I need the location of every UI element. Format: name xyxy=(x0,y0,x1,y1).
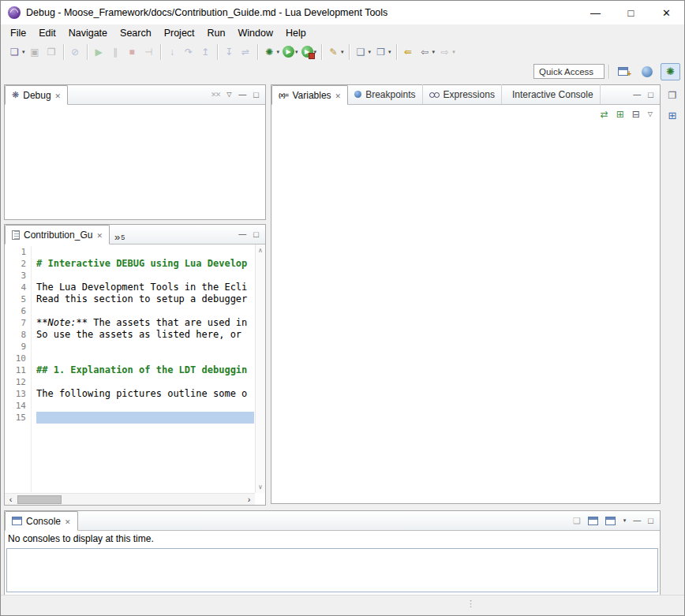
maximize-view-button[interactable] xyxy=(253,91,259,99)
close-icon[interactable] xyxy=(55,90,62,101)
menu-file[interactable]: File xyxy=(4,26,32,40)
editor-code[interactable]: # Interactive DEBUG using Lua DevelopThe… xyxy=(36,246,254,492)
open-console-button[interactable] xyxy=(605,517,616,525)
tab-expressions[interactable]: Expressions xyxy=(423,84,502,104)
minimize-view-button[interactable] xyxy=(633,517,641,525)
editor-gutter[interactable]: 123456789101112131415 xyxy=(6,246,32,492)
code-line[interactable]: # Interactive DEBUG using Lua Develop xyxy=(36,258,254,270)
code-line[interactable] xyxy=(36,341,254,353)
statusbar-drag-handle[interactable]: ⋮ xyxy=(466,599,475,609)
maximize-window-button[interactable]: □ xyxy=(613,1,649,24)
minimize-view-button[interactable] xyxy=(238,91,246,99)
last-edit-location-button[interactable]: ⇚ xyxy=(400,43,417,61)
menu-run[interactable]: Run xyxy=(201,26,232,40)
new-lua-wizard-button[interactable]: ❑▾ xyxy=(353,43,373,61)
dropdown-arrow-icon[interactable]: ▾ xyxy=(623,517,627,524)
collapse-all-button[interactable]: ⊟ xyxy=(632,110,640,119)
tab-debug[interactable]: Debug xyxy=(5,85,68,105)
dropdown-arrow-icon[interactable]: ▾ xyxy=(369,49,372,55)
dropdown-arrow-icon[interactable]: ▾ xyxy=(295,49,298,55)
maximize-view-button[interactable] xyxy=(253,230,259,239)
code-line[interactable] xyxy=(36,246,254,258)
menu-navigate[interactable]: Navigate xyxy=(62,26,114,40)
display-selected-console-button[interactable] xyxy=(588,517,598,525)
code-line[interactable]: So use the assets as listed here, or xyxy=(36,329,254,341)
run-button[interactable]: ▶▾ xyxy=(281,43,300,61)
dropdown-arrow-icon[interactable]: ▾ xyxy=(277,49,280,55)
code-line[interactable] xyxy=(36,400,254,412)
tab-breakpoints[interactable]: Breakpoints xyxy=(348,84,422,104)
close-icon[interactable] xyxy=(65,516,71,527)
console-text-area[interactable] xyxy=(6,548,658,592)
editor-view: Contribution_Gu » 5 12345678910111213141… xyxy=(4,224,266,506)
dropdown-arrow-icon[interactable]: ▾ xyxy=(432,49,436,55)
show-logical-structures-button[interactable]: ⇄ xyxy=(601,110,608,119)
horizontal-scrollbar[interactable]: ‹ › xyxy=(5,493,255,505)
code-line[interactable] xyxy=(36,270,254,282)
maximize-view-button[interactable] xyxy=(648,517,653,525)
console-view: Console ❏ ▾ No consoles to display at th… xyxy=(4,510,661,595)
line-number: 10 xyxy=(6,353,26,364)
debug-button[interactable]: ✺▾ xyxy=(261,43,282,61)
new-wizard-button[interactable]: ❏▾ xyxy=(6,43,27,61)
menu-project[interactable]: Project xyxy=(158,26,201,40)
tab-interactive-console[interactable]: Interactive Console xyxy=(502,84,601,104)
tab-contribution-guide[interactable]: Contribution_Gu xyxy=(5,225,110,245)
quick-access-input[interactable]: Quick Access xyxy=(533,64,605,79)
tab-overflow-button[interactable]: » 5 xyxy=(110,224,129,244)
show-type-names-button[interactable]: ⊞ xyxy=(616,110,624,119)
scrollbar-thumb[interactable] xyxy=(17,495,62,504)
variables-view-content[interactable] xyxy=(271,124,660,503)
code-line[interactable]: Read this section to setup a debugger xyxy=(36,293,254,305)
quick-access-row: Quick Access xyxy=(1,62,684,81)
menu-window[interactable]: Window xyxy=(232,26,279,40)
view-menu-button[interactable] xyxy=(226,91,231,98)
code-line[interactable] xyxy=(36,376,254,388)
restore-views-button[interactable] xyxy=(664,88,680,103)
code-segment: **Note:** xyxy=(36,317,88,328)
minimize-view-button[interactable] xyxy=(633,91,641,99)
minimized-view-button[interactable] xyxy=(664,108,680,122)
scroll-up-icon[interactable]: ∧ xyxy=(258,247,263,254)
minimized-views-strip xyxy=(661,81,684,594)
vertical-scrollbar[interactable]: ∧ ∨ xyxy=(255,245,265,493)
tab-console[interactable]: Console xyxy=(5,511,78,531)
open-element-button[interactable]: ❒▾ xyxy=(372,43,393,61)
back-button[interactable]: ⇦▾ xyxy=(417,43,437,61)
breakpoint-icon xyxy=(354,91,361,98)
highlighter-button[interactable]: ✎▾ xyxy=(325,43,346,61)
view-menu-button[interactable] xyxy=(648,111,653,118)
dropdown-arrow-icon[interactable]: ▾ xyxy=(22,49,25,55)
code-segment: Read this section to setup a debugger xyxy=(36,293,247,304)
debug-perspective-button[interactable] xyxy=(661,63,680,80)
code-line[interactable] xyxy=(36,412,254,424)
close-icon[interactable] xyxy=(335,90,342,101)
external-tools-button[interactable]: ▶▾ xyxy=(300,43,319,61)
code-line[interactable] xyxy=(36,305,254,317)
open-perspective-button[interactable] xyxy=(613,63,633,80)
menu-edit[interactable]: Edit xyxy=(32,26,62,40)
code-line[interactable]: **Note:** The assets that are used in xyxy=(36,317,254,329)
minimize-view-button[interactable] xyxy=(238,230,246,238)
code-line[interactable] xyxy=(36,353,254,364)
scroll-down-icon[interactable]: ∨ xyxy=(258,483,263,491)
lua-perspective-button[interactable] xyxy=(637,63,657,80)
code-line[interactable]: The Lua Development Tools in the Ecli xyxy=(36,282,254,293)
dropdown-arrow-icon[interactable]: ▾ xyxy=(388,49,391,55)
dropdown-arrow-icon[interactable]: ▾ xyxy=(341,49,344,55)
close-window-button[interactable]: ✕ xyxy=(649,1,684,24)
debug-view-content[interactable] xyxy=(5,105,265,219)
close-icon[interactable] xyxy=(96,230,103,241)
menu-search[interactable]: Search xyxy=(114,26,158,40)
code-line[interactable]: ## 1. Explanation of the LDT debuggin xyxy=(36,364,254,376)
code-line[interactable]: The following pictures outline some o xyxy=(36,388,254,400)
save-icon: ▣ xyxy=(28,45,42,58)
scroll-left-icon[interactable]: ‹ xyxy=(5,495,17,505)
menu-help[interactable]: Help xyxy=(279,26,313,40)
tab-variables[interactable]: Variables xyxy=(271,85,348,105)
scroll-right-icon[interactable]: › xyxy=(243,495,255,505)
line-number: 15 xyxy=(6,412,26,424)
minimize-window-button[interactable]: — xyxy=(578,1,613,24)
open-perspective-icon xyxy=(618,67,628,76)
maximize-view-button[interactable] xyxy=(648,91,653,99)
